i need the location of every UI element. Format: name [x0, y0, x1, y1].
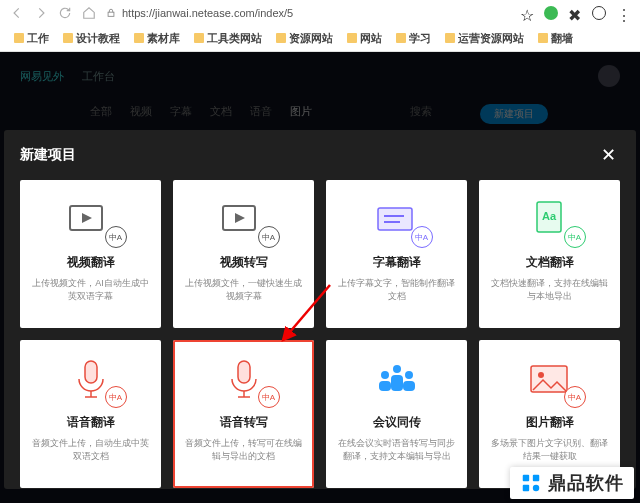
ext-icon-2[interactable]: ✖ — [568, 6, 582, 20]
card-title: 语音转写 — [220, 414, 268, 431]
card-title: 视频转写 — [220, 254, 268, 271]
svg-rect-25 — [523, 485, 529, 491]
menu-icon[interactable]: ⋮ — [616, 6, 630, 20]
card-desc: 上传视频文件，一键快速生成视频字幕 — [183, 277, 304, 302]
extension-icons: ☆ ✖ ⋮ — [520, 6, 630, 20]
project-card-doc-3[interactable]: Aa中A 文档翻译 文档快速翻译，支持在线编辑与本地导出 — [479, 180, 620, 328]
svg-rect-17 — [379, 381, 391, 391]
project-card-meeting-6[interactable]: 会议同传 在线会议实时语音转写与同步翻译，支持文本编辑与导出 — [326, 340, 467, 488]
card-desc: 多场景下图片文字识别、翻译结果一键获取 — [489, 437, 610, 462]
card-desc: 上传字幕文字，智能制作翻译文档 — [336, 277, 457, 302]
mic-icon: 中A — [214, 354, 274, 404]
card-desc: 上传视频文件，AI自动生成中英双语字幕 — [30, 277, 151, 302]
tab-active[interactable]: 图片 — [290, 104, 312, 124]
card-title: 字幕翻译 — [373, 254, 421, 271]
card-title: 语音翻译 — [67, 414, 115, 431]
svg-rect-8 — [85, 361, 97, 383]
bookmark-item[interactable]: 资源网站 — [276, 31, 333, 46]
bookmark-item[interactable]: 设计教程 — [63, 31, 120, 46]
close-icon[interactable]: ✕ — [597, 144, 620, 166]
svg-point-15 — [381, 371, 389, 379]
card-title: 文档翻译 — [526, 254, 574, 271]
svg-rect-20 — [531, 366, 567, 392]
profile-icon[interactable] — [592, 6, 606, 20]
tab[interactable]: 语音 — [250, 104, 272, 124]
browser-chrome: https://jianwai.netease.com/index/5 ☆ ✖ … — [0, 0, 640, 52]
project-card-subtitle-2[interactable]: 中A 字幕翻译 上传字幕文字，智能制作翻译文档 — [326, 180, 467, 328]
reload-icon[interactable] — [58, 6, 72, 20]
svg-rect-0 — [108, 12, 114, 16]
image-icon: 中A — [520, 354, 580, 404]
forward-icon[interactable] — [34, 6, 48, 20]
bookmark-item[interactable]: 学习 — [396, 31, 431, 46]
project-card-video-0[interactable]: 中A 视频翻译 上传视频文件，AI自动生成中英双语字幕 — [20, 180, 161, 328]
project-card-mic-5[interactable]: 中A 语音转写 音频文件上传，转写可在线编辑与导出的文档 — [173, 340, 314, 488]
tab[interactable]: 视频 — [130, 104, 152, 124]
modal-title: 新建项目 — [20, 146, 76, 164]
project-type-grid: 中A 视频翻译 上传视频文件，AI自动生成中英双语字幕 中A 视频转写 上传视频… — [20, 180, 620, 488]
svg-rect-23 — [523, 475, 529, 481]
card-title: 视频翻译 — [67, 254, 115, 271]
card-title: 图片翻译 — [526, 414, 574, 431]
card-title: 会议同传 — [373, 414, 421, 431]
card-desc: 文档快速翻译，支持在线编辑与本地导出 — [489, 277, 610, 302]
search-input[interactable]: 搜索 — [410, 104, 432, 124]
svg-text:Aa: Aa — [541, 210, 556, 222]
card-desc: 在线会议实时语音转写与同步翻译，支持文本编辑与导出 — [336, 437, 457, 462]
tab[interactable]: 文档 — [210, 104, 232, 124]
category-tabs: 全部 视频 字幕 文档 语音 图片 搜索 新建项目 — [90, 104, 620, 124]
bookmark-item[interactable]: 素材库 — [134, 31, 180, 46]
ext-icon-1[interactable] — [544, 6, 558, 20]
url-bar[interactable]: https://jianwai.netease.com/index/5 — [106, 7, 510, 19]
svg-rect-18 — [391, 375, 403, 391]
svg-point-21 — [538, 372, 544, 378]
lock-icon — [106, 8, 116, 18]
url-text: https://jianwai.netease.com/index/5 — [122, 7, 293, 19]
meeting-icon — [367, 354, 427, 404]
home-icon[interactable] — [82, 6, 96, 20]
svg-point-16 — [405, 371, 413, 379]
doc-icon: Aa中A — [520, 194, 580, 244]
avatar[interactable] — [598, 65, 620, 87]
nav-workbench[interactable]: 工作台 — [82, 69, 115, 84]
star-icon[interactable]: ☆ — [520, 6, 534, 20]
bookmark-item[interactable]: 网站 — [347, 31, 382, 46]
tab[interactable]: 全部 — [90, 104, 112, 124]
bookmark-item[interactable]: 工具类网站 — [194, 31, 262, 46]
brand: 网易见外 — [20, 69, 64, 84]
project-card-image-7[interactable]: 中A 图片翻译 多场景下图片文字识别、翻译结果一键获取 — [479, 340, 620, 488]
new-project-modal: 新建项目 ✕ 中A 视频翻译 上传视频文件，AI自动生成中英双语字幕 中A 视频… — [4, 130, 636, 489]
project-card-mic-4[interactable]: 中A 语音翻译 音频文件上传，自动生成中英双语文档 — [20, 340, 161, 488]
subtitle-icon: 中A — [367, 194, 427, 244]
card-desc: 音频文件上传，自动生成中英双语文档 — [30, 437, 151, 462]
bookmarks-bar: 工作 设计教程 素材库 工具类网站 资源网站 网站 学习 运营资源网站 翻墙 — [0, 26, 640, 50]
svg-rect-24 — [533, 475, 539, 481]
video-icon: 中A — [61, 194, 121, 244]
card-desc: 音频文件上传，转写可在线编辑与导出的文档 — [183, 437, 304, 462]
svg-point-14 — [393, 365, 401, 373]
video-icon: 中A — [214, 194, 274, 244]
svg-rect-19 — [403, 381, 415, 391]
watermark: 鼎品软件 — [510, 467, 634, 499]
watermark-text: 鼎品软件 — [548, 471, 624, 495]
bookmark-item[interactable]: 运营资源网站 — [445, 31, 524, 46]
svg-rect-3 — [378, 208, 412, 230]
project-card-video-1[interactable]: 中A 视频转写 上传视频文件，一键快速生成视频字幕 — [173, 180, 314, 328]
back-icon[interactable] — [10, 6, 24, 20]
watermark-logo-icon — [520, 472, 542, 494]
new-project-button[interactable]: 新建项目 — [480, 104, 548, 124]
svg-rect-11 — [238, 361, 250, 383]
svg-point-26 — [533, 485, 539, 491]
mic-icon: 中A — [61, 354, 121, 404]
bookmark-item[interactable]: 工作 — [14, 31, 49, 46]
tab[interactable]: 字幕 — [170, 104, 192, 124]
bookmark-item[interactable]: 翻墙 — [538, 31, 573, 46]
